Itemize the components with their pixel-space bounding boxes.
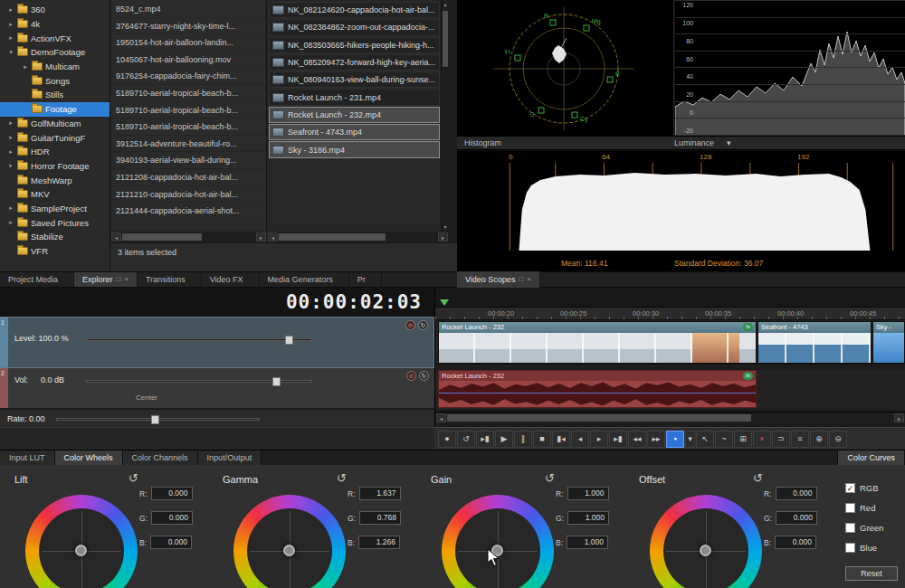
wheel-reset-button[interactable]: ↺ [129, 471, 138, 485]
file-list-item[interactable]: 1045067-hot-air-ballooning.mov [110, 52, 266, 69]
folder-tree-item[interactable]: ▸ Horror Footage [0, 159, 110, 174]
tab-color-channels[interactable]: Color Channels [123, 450, 198, 465]
checkbox[interactable] [845, 503, 855, 513]
blue-value-field[interactable]: 0.000 [150, 536, 192, 549]
delete-button[interactable]: × [753, 431, 771, 448]
video-track-lane[interactable]: Rocket Launch - 232 fx Seafront - 4743 [435, 320, 905, 365]
media-list-item[interactable]: Rocket Launch - 232.mp4 [269, 107, 440, 123]
expander-icon[interactable]: ▸ [22, 63, 29, 71]
video-clip[interactable]: Seafront - 4743 [757, 321, 872, 364]
scroll-left-icon[interactable]: ◂ [436, 413, 446, 422]
close-icon[interactable]: × [527, 272, 531, 287]
folder-tree-item[interactable]: ▸ SampleProject [0, 202, 110, 216]
wheel-reset-button[interactable]: ↺ [753, 471, 763, 485]
file-list-item[interactable]: 5189710-aerial-tropical-beach-b... [110, 102, 266, 119]
color-wheel[interactable] [25, 495, 138, 588]
fx-badge[interactable]: fx [743, 323, 753, 331]
blue-value-field[interactable]: 1.000 [567, 536, 608, 549]
media-list-vscrollbar[interactable]: ▴ ▾ [441, 0, 449, 232]
channel-checkbox-row[interactable]: ✓ RGB [845, 478, 901, 498]
green-value-field[interactable]: 0.000 [151, 511, 193, 525]
snap-button[interactable]: ⊃ [772, 431, 790, 448]
blue-value-field[interactable]: 1.266 [358, 536, 400, 549]
red-value-field[interactable]: 0.000 [151, 487, 193, 500]
folder-tree-item[interactable]: VFR [0, 244, 110, 259]
rewind-button[interactable]: ◂◂ [628, 431, 646, 448]
tab-color-curves[interactable]: Color Curves [837, 450, 905, 465]
blue-value-field[interactable]: 0.000 [775, 536, 816, 549]
red-value-field[interactable]: 1.637 [359, 487, 401, 500]
scroll-right-icon[interactable]: ▸ [256, 232, 266, 242]
red-value-field[interactable]: 0.000 [776, 487, 817, 500]
zoom-in-button[interactable]: ⊕ [810, 431, 828, 448]
folder-tree-item[interactable]: Stills [0, 88, 110, 102]
checkbox[interactable] [845, 523, 855, 533]
scroll-up-icon[interactable]: ▴ [442, 0, 449, 9]
tab-truncated[interactable]: Pr [349, 272, 382, 287]
tab-transitions[interactable]: Transitions [138, 272, 202, 287]
video-track-header[interactable]: 1 ⊘ ↻ Level: 100.0 % [0, 317, 434, 368]
folder-tree-item[interactable]: MeshWarp [0, 173, 110, 187]
folder-tree-item[interactable]: ▾ DemoFootage [0, 45, 110, 60]
scrollbar-thumb[interactable] [443, 11, 448, 67]
pause-button[interactable]: ∥ [514, 431, 532, 448]
stop-button[interactable]: ■ [533, 431, 551, 448]
color-wheel[interactable] [650, 495, 762, 588]
expander-icon[interactable]: ▸ [7, 6, 14, 14]
media-list-item[interactable]: NK_082124620-cappadocia-hot-air-bal... [269, 2, 440, 18]
wheel-reset-button[interactable]: ↺ [545, 471, 555, 485]
timeline-hscrollbar[interactable]: ◂ ▸ [435, 412, 905, 422]
red-value-field[interactable]: 1.000 [567, 487, 609, 500]
edit-tool-dropdown[interactable]: ▾ [685, 431, 695, 448]
wheel-puck[interactable] [283, 545, 295, 556]
green-value-field[interactable]: 0.768 [359, 511, 401, 525]
color-wheel[interactable] [233, 495, 346, 588]
checkbox[interactable]: ✓ [845, 483, 855, 493]
expander-icon[interactable]: ▾ [7, 49, 14, 56]
automation-icon[interactable]: ↻ [419, 371, 429, 381]
file-list-item[interactable]: 2121444-cappadocia-aerial-shot... [110, 203, 266, 220]
expander-icon[interactable]: ▸ [7, 219, 14, 226]
wheel-inner-area[interactable] [663, 508, 748, 588]
video-clip[interactable]: Sky - [872, 321, 905, 364]
expander-icon[interactable]: ▸ [7, 162, 14, 169]
folder-tree-item[interactable]: ▸ 4k [0, 17, 110, 32]
reset-button[interactable]: Reset [845, 566, 898, 581]
scroll-left-icon[interactable]: ◂ [111, 232, 121, 242]
green-value-field[interactable]: 1.000 [567, 511, 609, 525]
go-to-start-button[interactable]: ▮◂ [552, 431, 570, 448]
file-list-item[interactable]: 8524_c.mp4 [110, 1, 266, 18]
dock-window-icon[interactable]: □ [117, 272, 121, 287]
tab-video-fx[interactable]: Video FX [202, 272, 260, 287]
wheel-puck[interactable] [700, 545, 711, 556]
scrollbar-thumb[interactable] [122, 233, 202, 241]
expander-icon[interactable]: ▸ [7, 134, 14, 141]
folder-tree-item[interactable]: ▸ 360 [0, 3, 110, 17]
color-wheel[interactable] [442, 495, 554, 588]
wheel-inner-area[interactable] [39, 508, 124, 588]
volume-slider-thumb[interactable] [272, 377, 281, 386]
expander-icon[interactable]: ▸ [7, 119, 14, 127]
mute-icon[interactable]: ⊘ [405, 320, 415, 330]
record-arm-button[interactable]: ● [438, 431, 456, 448]
previous-frame-button[interactable]: ◂ [571, 431, 589, 448]
dock-window-icon[interactable]: □ [519, 272, 523, 287]
green-value-field[interactable]: 0.000 [776, 511, 817, 525]
tab-explorer[interactable]: Explorer □ × [74, 272, 138, 287]
play-from-start-button[interactable]: ▸▮ [476, 431, 494, 448]
folder-tree-item[interactable]: ▸ GuitarTuningF [0, 130, 110, 145]
play-button[interactable]: ▶ [495, 431, 513, 448]
expander-icon[interactable]: ▸ [7, 21, 14, 28]
scroll-down-icon[interactable]: ▾ [442, 223, 449, 232]
file-list-item[interactable]: 1950154-hot-air-balloon-landin... [110, 34, 266, 52]
folder-tree-item[interactable]: Stabilize [0, 230, 110, 244]
envelope-tool-button[interactable]: ~ [715, 431, 733, 448]
tab-input-lut[interactable]: Input LUT [0, 450, 55, 465]
mute-icon[interactable]: ⊘ [406, 371, 416, 381]
volume-envelope-line[interactable] [439, 393, 756, 394]
video-clip[interactable]: Rocket Launch - 232 fx [438, 321, 757, 364]
media-list-item[interactable]: Rocket Launch - 231.mp4 [269, 89, 440, 105]
folder-tree-item[interactable]: ▸ Saved Pictures [0, 215, 110, 230]
file-list-item[interactable]: 5189710-aerial-tropical-beach-b... [110, 119, 266, 136]
scroll-right-icon[interactable]: ▸ [894, 413, 904, 422]
